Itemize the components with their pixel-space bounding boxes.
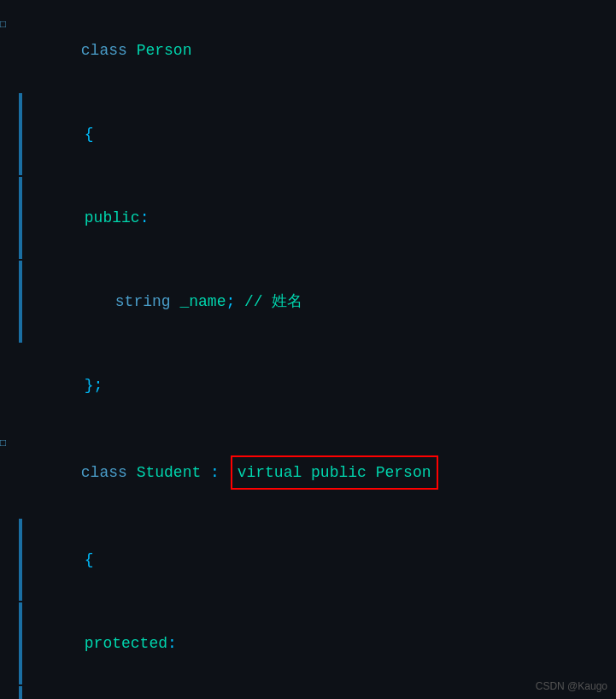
comment: // 姓名 — [244, 293, 302, 310]
member-name: _name — [179, 293, 226, 310]
fold-icon-1[interactable]: □ — [0, 11, 6, 38]
code-line-9: int _num; //学号 — [0, 685, 616, 699]
code-line-6: □ class Student : virtual public Person — [0, 427, 616, 518]
code-line-2: { — [0, 92, 616, 176]
class-student: Student — [137, 464, 202, 481]
code-line-5: }; — [0, 344, 616, 427]
virtual-inherit-student: virtual public Person — [231, 455, 438, 490]
keyword-string: string — [115, 293, 180, 310]
keyword-class-2: class — [81, 464, 137, 481]
class-person: Person — [137, 42, 192, 59]
keyword-protected-1: protected — [85, 635, 167, 652]
code-line-8: protected: — [0, 602, 616, 685]
code-line-1: □ class Person — [0, 9, 616, 92]
brace-close: }; — [85, 377, 103, 394]
code-editor: □ class Person { public: string _name; /… — [0, 0, 616, 699]
code-line-7: { — [0, 518, 616, 602]
code-line-3: public: — [0, 176, 616, 260]
keyword-public: public — [85, 209, 140, 226]
fold-icon-6[interactable]: □ — [0, 430, 6, 457]
brace-open: { — [85, 126, 94, 143]
code-line-4: string _name; // 姓名 — [0, 260, 616, 344]
keyword-class: class — [81, 42, 137, 59]
watermark: CSDN @Kaugo — [536, 680, 607, 692]
